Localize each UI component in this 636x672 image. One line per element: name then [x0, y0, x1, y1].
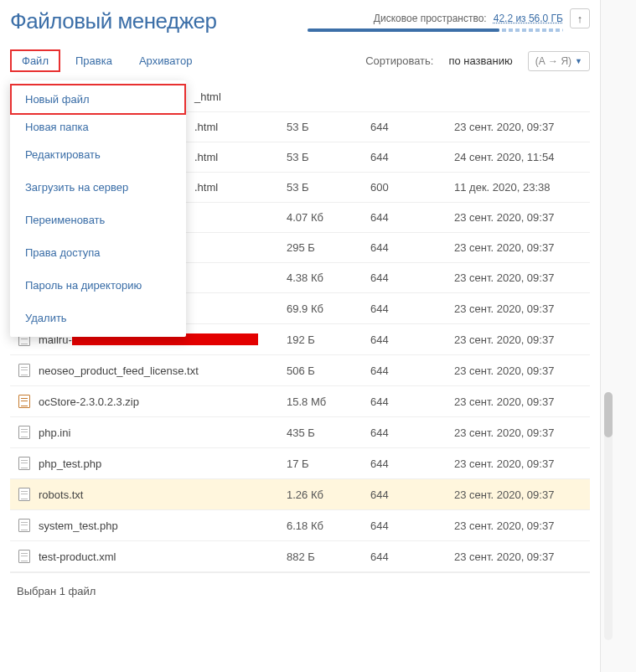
file-size: 4.38 Кб [287, 271, 370, 284]
document-icon [18, 426, 30, 439]
tab-archiver[interactable]: Архиватор [127, 49, 204, 72]
file-icon [10, 395, 39, 408]
disk-label: Дисковое пространство: [374, 13, 487, 24]
file-permissions: 644 [370, 520, 454, 532]
table-row[interactable]: ocStore-2.3.0.2.3.zip15.8 Мб64423 сент. … [10, 386, 590, 417]
table-row[interactable]: neoseo_product_feed_license.txt506 Б6442… [10, 355, 590, 386]
file-date: 23 сент. 2020, 09:37 [454, 271, 590, 284]
file-date: 23 сент. 2020, 09:37 [454, 302, 590, 315]
file-size: 53 Б [287, 181, 370, 194]
table-row[interactable]: system_test.php6.18 Кб64423 сент. 2020, … [10, 510, 590, 541]
document-icon [18, 488, 30, 501]
file-size: 69.9 Кб [287, 302, 370, 315]
file-permissions: 644 [370, 551, 454, 563]
file-date: 23 сент. 2020, 09:37 [454, 488, 590, 501]
file-permissions: 644 [370, 241, 454, 254]
file-size: 435 Б [287, 426, 370, 439]
file-name: ocStore-2.3.0.2.3.zip [39, 395, 287, 408]
file-date: 23 сент. 2020, 09:37 [454, 211, 590, 224]
table-row[interactable]: test-product.xml882 Б64423 сент. 2020, 0… [10, 541, 590, 572]
document-icon [18, 519, 30, 532]
menu-edit[interactable]: Редактировать [10, 141, 186, 168]
file-date: 23 сент. 2020, 09:37 [454, 395, 590, 408]
file-date: 23 сент. 2020, 09:37 [454, 426, 590, 439]
menu-delete[interactable]: Удалить [10, 304, 186, 332]
file-icon [10, 457, 39, 470]
menu-permissions[interactable]: Права доступа [10, 239, 186, 266]
table-row[interactable]: php_test.php17 Б64423 сент. 2020, 09:37 [10, 448, 590, 479]
status-bar: Выбран 1 файл [10, 572, 590, 609]
scrollbar-track[interactable] [604, 392, 613, 640]
file-size: 1.26 Кб [287, 488, 370, 501]
file-date: 24 сент. 2020, 11:54 [454, 151, 590, 163]
tab-file[interactable]: Файл [10, 49, 60, 72]
file-permissions: 644 [370, 333, 454, 346]
file-name: robots.txt [39, 488, 287, 501]
file-permissions: 600 [370, 181, 454, 194]
file-size: 506 Б [287, 364, 370, 377]
file-permissions: 644 [370, 395, 454, 408]
file-icon [10, 426, 39, 439]
menu-new-folder[interactable]: Новая папка [10, 113, 186, 141]
file-menu-dropdown: Новый файл Новая папка Редактировать Заг… [10, 80, 186, 337]
file-permissions: 644 [370, 364, 454, 377]
file-permissions: 644 [370, 271, 454, 284]
file-name: system_test.php [39, 520, 287, 532]
file-date: 23 сент. 2020, 09:37 [454, 364, 590, 377]
file-date: 23 сент. 2020, 09:37 [454, 121, 590, 133]
file-icon [10, 550, 39, 563]
table-row[interactable]: php.ini435 Б64423 сент. 2020, 09:37 [10, 417, 590, 448]
file-permissions: 644 [370, 457, 454, 470]
file-date: 23 сент. 2020, 09:37 [454, 457, 590, 470]
file-date: 23 сент. 2020, 09:37 [454, 241, 590, 254]
scrollbar-thumb[interactable] [604, 392, 613, 437]
file-icon [10, 519, 39, 532]
sort-field-select[interactable]: по названию [442, 51, 519, 70]
file-date: 11 дек. 2020, 23:38 [454, 181, 590, 194]
file-size: 4.07 Кб [287, 211, 370, 224]
file-name: php_test.php [39, 457, 287, 470]
file-size: 17 Б [287, 457, 370, 470]
menu-password-dir[interactable]: Пароль на директорию [10, 271, 186, 299]
tab-edit[interactable]: Правка [64, 49, 124, 72]
sort-direction-label: (А → Я) [535, 55, 571, 67]
file-size: 882 Б [287, 551, 370, 563]
file-permissions: 644 [370, 426, 454, 439]
file-icon [10, 364, 39, 377]
file-name: test-product.xml [39, 551, 287, 563]
file-size: 295 Б [287, 241, 370, 254]
file-size: 15.8 Мб [287, 395, 370, 408]
sort-label: Сортировать: [365, 54, 433, 67]
archive-icon [18, 395, 30, 408]
document-icon [18, 550, 30, 563]
upload-button[interactable]: ↑ [570, 8, 590, 28]
file-permissions: 644 [370, 121, 454, 133]
file-name: php.ini [39, 426, 287, 439]
file-date: 23 сент. 2020, 09:37 [454, 520, 590, 532]
file-permissions: 644 [370, 302, 454, 315]
file-permissions: 644 [370, 488, 454, 501]
disk-usage[interactable]: 42.2 из 56.0 ГБ [494, 13, 563, 24]
file-size: 6.18 Кб [287, 520, 370, 532]
file-date: 23 сент. 2020, 09:37 [454, 333, 590, 346]
table-row[interactable]: robots.txt1.26 Кб64423 сент. 2020, 09:37 [10, 479, 590, 510]
file-name: neoseo_product_feed_license.txt [39, 364, 287, 377]
disk-progress-bar [308, 28, 563, 32]
menu-upload[interactable]: Загрузить на сервер [10, 173, 186, 201]
file-date: 23 сент. 2020, 09:37 [454, 551, 590, 563]
file-permissions: 644 [370, 211, 454, 224]
page-title: Файловый менеджер [10, 8, 217, 34]
document-icon [18, 364, 30, 377]
file-size: 192 Б [287, 333, 370, 346]
menu-new-file[interactable]: Новый файл [10, 84, 186, 115]
sort-direction-select[interactable]: (А → Я) ▼ [528, 51, 590, 71]
file-size: 53 Б [287, 121, 370, 133]
file-size: 53 Б [287, 151, 370, 163]
document-icon [18, 457, 30, 470]
file-icon [10, 488, 39, 501]
menu-rename[interactable]: Переименовать [10, 206, 186, 234]
chevron-down-icon: ▼ [575, 57, 582, 65]
file-permissions: 644 [370, 151, 454, 163]
